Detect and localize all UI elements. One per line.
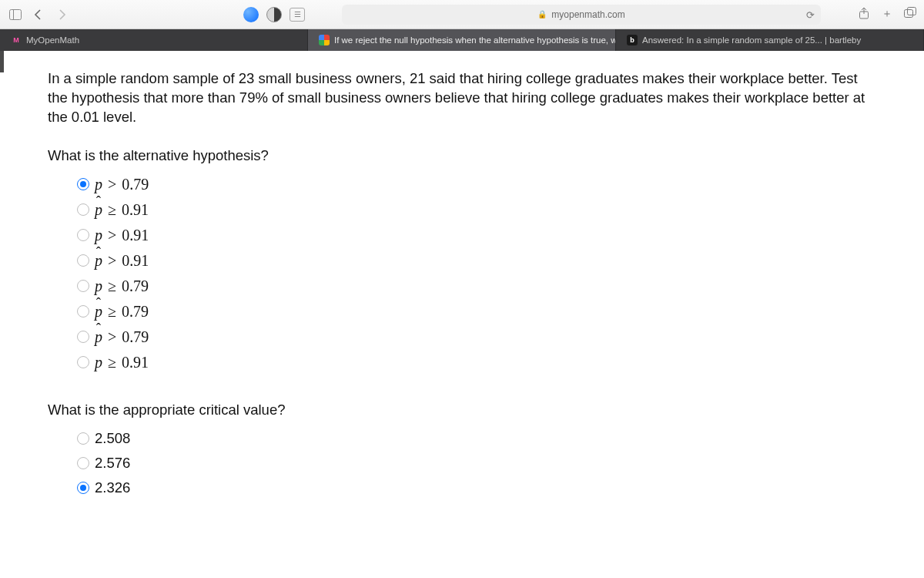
- option-label: p>0.91: [95, 252, 149, 270]
- question-1-text: What is the alternative hypothesis?: [48, 147, 876, 164]
- radio-button[interactable]: [77, 432, 89, 445]
- extension-contrast-icon[interactable]: [266, 7, 282, 22]
- sidebar-toggle-icon[interactable]: [6, 5, 25, 24]
- option-label: p≥0.79: [95, 303, 149, 321]
- radio-button[interactable]: [77, 482, 89, 494]
- url-host: myopenmath.com: [551, 9, 624, 20]
- share-icon[interactable]: [856, 7, 872, 22]
- option-label: 2.508: [95, 430, 130, 447]
- q1-option[interactable]: p≥0.91: [48, 197, 876, 223]
- tab-label: Answered: In a simple random sample of 2…: [642, 35, 861, 45]
- option-label: p>0.79: [95, 176, 149, 193]
- forward-icon[interactable]: [52, 5, 71, 24]
- favicon-myopenmath-icon: M: [11, 35, 22, 45]
- favicon-google-icon: [319, 35, 330, 45]
- option-label: p>0.79: [95, 328, 149, 346]
- tab-google-search[interactable]: If we reject the null hypothesis when th…: [308, 29, 616, 51]
- browser-toolbar: ☰ 🔒 myopenmath.com ⟳ ＋: [0, 0, 924, 29]
- q2-option[interactable]: 2.576: [48, 451, 876, 476]
- radio-button[interactable]: [77, 203, 89, 216]
- q1-option[interactable]: p>0.91: [48, 223, 876, 248]
- tab-strip: M MyOpenMath If we reject the null hypot…: [0, 29, 924, 51]
- option-label: p>0.91: [95, 227, 149, 244]
- option-label: p≥0.91: [95, 201, 149, 219]
- radio-button[interactable]: [77, 254, 89, 267]
- q2-option[interactable]: 2.326: [48, 476, 876, 500]
- q1-option[interactable]: p>0.91: [48, 248, 876, 274]
- scroll-marker: [0, 51, 4, 72]
- svg-rect-5: [908, 8, 916, 15]
- tab-label: MyOpenMath: [26, 35, 79, 45]
- option-label: p≥0.79: [95, 277, 149, 295]
- question-2: What is the appropriate critical value? …: [48, 402, 876, 500]
- q1-option[interactable]: p≥0.91: [48, 350, 876, 375]
- favicon-bartleby-icon: b: [627, 35, 638, 45]
- question-1: What is the alternative hypothesis? p>0.…: [48, 147, 876, 375]
- reader-mode-icon[interactable]: ☰: [290, 8, 305, 22]
- svg-rect-4: [905, 10, 913, 18]
- back-icon[interactable]: [29, 5, 48, 24]
- question-2-text: What is the appropriate critical value?: [48, 402, 876, 418]
- tab-label: If we reject the null hypothesis when th…: [334, 35, 616, 45]
- option-label: p≥0.91: [95, 354, 149, 371]
- new-tab-icon[interactable]: ＋: [879, 7, 895, 22]
- option-label: 2.576: [95, 455, 130, 472]
- tab-myopenmath[interactable]: M MyOpenMath: [0, 29, 308, 51]
- radio-button[interactable]: [77, 229, 89, 241]
- radio-button[interactable]: [77, 178, 89, 190]
- tab-bartleby[interactable]: b Answered: In a simple random sample of…: [616, 29, 924, 51]
- radio-button[interactable]: [77, 305, 89, 318]
- radio-button[interactable]: [77, 331, 89, 343]
- address-bar[interactable]: 🔒 myopenmath.com ⟳: [342, 5, 821, 25]
- lock-icon: 🔒: [537, 10, 547, 18]
- tabs-overview-icon[interactable]: [902, 7, 918, 22]
- q1-option[interactable]: p>0.79: [48, 324, 876, 350]
- q1-option[interactable]: p>0.79: [48, 172, 876, 197]
- reload-icon[interactable]: ⟳: [806, 8, 815, 20]
- radio-button[interactable]: [77, 457, 89, 469]
- page-content: In a simple random sample of 23 small bu…: [0, 51, 924, 545]
- q2-option[interactable]: 2.508: [48, 426, 876, 451]
- extension-icon[interactable]: [243, 7, 259, 22]
- radio-button[interactable]: [77, 280, 89, 292]
- q1-option[interactable]: p≥0.79: [48, 299, 876, 324]
- radio-button[interactable]: [77, 356, 89, 368]
- svg-rect-0: [10, 9, 22, 19]
- problem-prompt: In a simple random sample of 23 small bu…: [48, 69, 876, 127]
- q1-option[interactable]: p≥0.79: [48, 274, 876, 299]
- option-label: 2.326: [95, 479, 130, 496]
